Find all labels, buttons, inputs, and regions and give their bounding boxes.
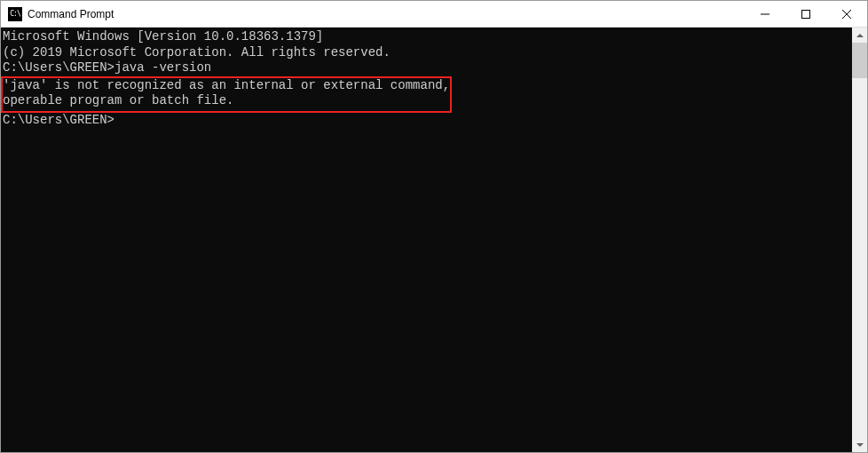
vertical-scrollbar[interactable]	[852, 28, 867, 452]
minimize-icon	[761, 10, 769, 19]
terminal-output[interactable]: Microsoft Windows [Version 10.0.18363.13…	[1, 28, 852, 452]
chevron-down-icon	[856, 443, 864, 447]
output-line: (c) 2019 Microsoft Corporation. All righ…	[3, 45, 850, 61]
command-line: C:\Users\GREEN>java -version	[3, 60, 850, 76]
maximize-icon	[801, 10, 810, 19]
svg-marker-4	[856, 34, 864, 37]
prompt: C:\Users\GREEN>	[3, 60, 114, 75]
error-line: 'java' is not recognized as an internal …	[3, 78, 450, 94]
title-bar[interactable]: C:\ Command Prompt	[1, 1, 867, 28]
terminal-wrapper: Microsoft Windows [Version 10.0.18363.13…	[1, 28, 867, 452]
command-text: java -version	[114, 60, 211, 75]
maximize-button[interactable]	[785, 1, 826, 27]
window-title: Command Prompt	[28, 8, 745, 20]
prompt: C:\Users\GREEN>	[3, 113, 114, 127]
prompt-line: C:\Users\GREEN>	[3, 113, 850, 129]
minimize-button[interactable]	[745, 1, 785, 27]
chevron-up-icon	[856, 34, 864, 37]
scroll-up-arrow[interactable]	[852, 28, 867, 43]
scroll-thumb[interactable]	[852, 43, 867, 78]
app-icon: C:\	[8, 7, 22, 21]
scroll-down-arrow[interactable]	[852, 437, 867, 452]
close-icon	[842, 10, 851, 19]
output-line: Microsoft Windows [Version 10.0.18363.13…	[3, 29, 850, 45]
window-controls	[745, 1, 867, 27]
error-line: operable program or batch file.	[3, 93, 450, 109]
svg-marker-5	[856, 443, 864, 447]
error-highlight: 'java' is not recognized as an internal …	[1, 76, 452, 113]
svg-rect-1	[802, 10, 810, 18]
close-button[interactable]	[826, 1, 867, 27]
scroll-track[interactable]	[852, 43, 867, 437]
